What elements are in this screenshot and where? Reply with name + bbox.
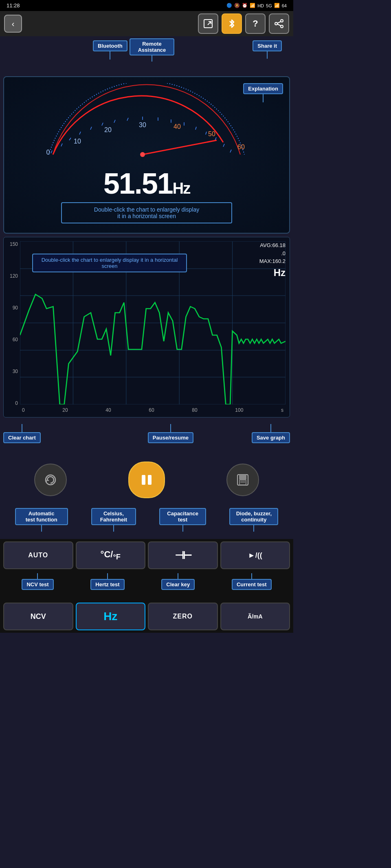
svg-line-17 bbox=[114, 120, 115, 123]
svg-line-16 bbox=[102, 123, 103, 126]
chart-panel[interactable]: AVG:66.18 .0 MAX:160.2 Hz Double-click t… bbox=[3, 237, 290, 417]
ncv-button[interactable]: NCV bbox=[3, 603, 73, 630]
svg-text:50: 50 bbox=[208, 130, 215, 137]
svg-text:30: 30 bbox=[139, 121, 146, 128]
svg-line-11 bbox=[51, 150, 52, 153]
celsius-annotation: Celsius, Fahrenheit bbox=[91, 508, 136, 532]
status-icons: 🔵 🔕 ⏰ 📶 HD 5G 📶 64 bbox=[226, 3, 287, 8]
reset-button[interactable] bbox=[34, 464, 67, 496]
chart-yaxis: 150 120 90 60 30 0 bbox=[8, 241, 20, 406]
controls-row bbox=[0, 455, 293, 504]
svg-line-24 bbox=[206, 132, 206, 135]
svg-line-12 bbox=[61, 144, 62, 146]
svg-rect-47 bbox=[239, 475, 246, 479]
help-button[interactable]: ? bbox=[245, 13, 266, 34]
chart-annotations: Clear chart Pause/resume Save graph bbox=[3, 421, 290, 453]
back-button[interactable]: ‹ bbox=[4, 15, 22, 33]
svg-point-29 bbox=[140, 152, 145, 157]
celsius-button[interactable]: °C/°F bbox=[76, 541, 146, 569]
svg-rect-44 bbox=[142, 475, 145, 485]
chart-xaxis: 0 20 40 60 80 100 s bbox=[8, 407, 286, 413]
hertz-test-annotation: Hertz test bbox=[90, 573, 124, 590]
share-button[interactable] bbox=[269, 13, 289, 34]
svg-text:20: 20 bbox=[104, 126, 112, 133]
svg-text:0: 0 bbox=[46, 149, 50, 156]
svg-rect-45 bbox=[148, 475, 152, 485]
meter-panel: Explanation 0 10 20 30 40 50 60 bbox=[3, 76, 290, 234]
frequency-display: 51.51Hz bbox=[10, 169, 283, 198]
nav-annotations: Bluetooth Remote Assistance Share it bbox=[3, 36, 290, 73]
svg-point-2 bbox=[275, 22, 277, 25]
remote-assist-button[interactable] bbox=[198, 13, 218, 34]
diode-button[interactable]: ►/(( bbox=[220, 541, 290, 569]
svg-line-28 bbox=[143, 140, 217, 155]
bottom-annotations: NCV test Hertz test Clear key Current te… bbox=[0, 572, 293, 600]
zero-button[interactable]: ZERO bbox=[148, 603, 218, 630]
bluetooth-button[interactable] bbox=[222, 13, 242, 34]
func-buttons-row1: AUTO °C/°F ⊣⊢ ►/(( bbox=[0, 539, 293, 572]
clear-chart-annotation: Clear chart bbox=[3, 424, 41, 443]
svg-line-13 bbox=[69, 138, 71, 140]
current-test-annotation: Current test bbox=[232, 573, 272, 590]
clear-key-annotation: Clear key bbox=[161, 573, 195, 590]
status-bar: 11:28 🔵 🔕 ⏰ 📶 HD 5G 📶 64 bbox=[0, 0, 293, 11]
status-time: 11:28 bbox=[7, 2, 20, 9]
explanation-annotation: Explanation bbox=[243, 83, 283, 102]
bottom-func-row: NCV Hz ZERO Ã/mA bbox=[0, 600, 293, 633]
remote-assistance-annotation: Remote Assistance bbox=[130, 38, 174, 62]
capacitance-annotation: Capacitance test bbox=[159, 508, 206, 532]
svg-line-18 bbox=[127, 118, 128, 121]
control-annotations: Automatic test function Celsius, Fahrenh… bbox=[0, 506, 293, 539]
svg-point-3 bbox=[281, 25, 283, 28]
svg-line-23 bbox=[196, 127, 196, 130]
svg-line-26 bbox=[223, 144, 224, 147]
current-button[interactable]: Ã/mA bbox=[220, 603, 290, 630]
hz-button[interactable]: Hz bbox=[76, 603, 146, 630]
ncv-test-annotation: NCV test bbox=[22, 573, 53, 590]
svg-line-14 bbox=[79, 132, 81, 135]
capacitance-button[interactable]: ⊣⊢ bbox=[148, 541, 218, 569]
svg-line-27 bbox=[230, 150, 231, 152]
save-graph-annotation: Save graph bbox=[252, 424, 290, 443]
save-button[interactable] bbox=[226, 464, 259, 496]
svg-point-1 bbox=[281, 20, 283, 22]
gauge-area: 0 10 20 30 40 50 60 bbox=[10, 83, 283, 165]
auto-annotation: Automatic test function bbox=[15, 508, 68, 532]
svg-line-15 bbox=[90, 127, 92, 130]
pause-resume-annotation: Pause/resume bbox=[148, 424, 193, 443]
chart-container: Double-click the chart to enlargely disp… bbox=[8, 241, 286, 406]
chart-hint: Double-click the chart to enlargely disp… bbox=[32, 254, 187, 272]
gauge-svg: 0 10 20 30 40 50 60 bbox=[29, 83, 265, 165]
svg-text:10: 10 bbox=[74, 138, 81, 145]
svg-text:60: 60 bbox=[237, 144, 245, 150]
diode-annotation: Diode, buzzer, continuity bbox=[229, 508, 278, 532]
shareit-annotation: Share it bbox=[253, 40, 282, 59]
pause-button[interactable] bbox=[128, 462, 165, 498]
auto-button[interactable]: AUTO bbox=[3, 541, 73, 569]
svg-text:40: 40 bbox=[174, 123, 181, 130]
meter-hint: Double-click the chart to enlargely disp… bbox=[61, 202, 232, 223]
bluetooth-annotation: Bluetooth bbox=[93, 40, 127, 60]
nav-bar: ‹ ? bbox=[0, 11, 293, 36]
